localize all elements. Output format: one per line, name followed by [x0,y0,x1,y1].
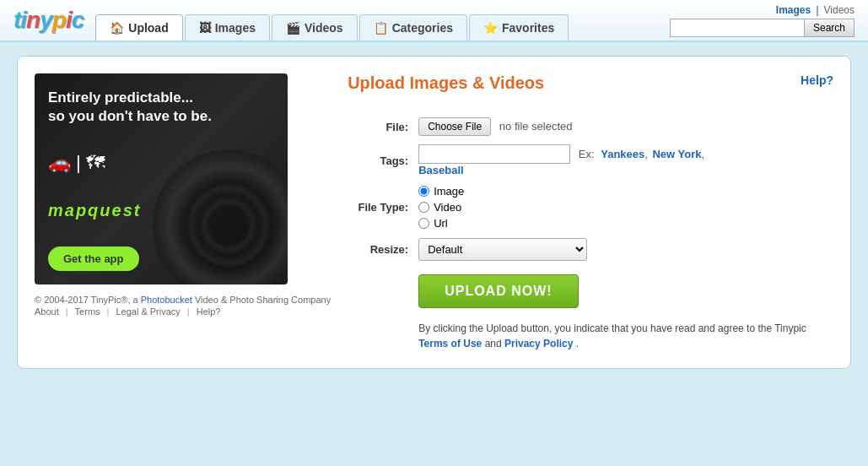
help-link[interactable]: Help? [801,73,833,87]
upload-btn-row: UPLOAD NOW! [348,265,833,312]
footer-link-terms[interactable]: Terms [75,306,100,317]
resize-row: Resize: Default 320x240 640x480 800x600 … [348,234,833,265]
ad-cta-button[interactable]: Get the app [48,247,139,271]
ad-banner: Entirely predictable... so you don't hav… [35,73,288,284]
nav-favorites-label: Favorites [502,21,554,35]
filetype-url-radio[interactable] [418,218,429,229]
filetype-video-label: Video [434,201,461,214]
main-nav: 🏠 Upload 🖼 Images 🎬 Videos 📋 Categories … [95,14,569,41]
vinyl-decoration [153,149,288,284]
filetype-image-label: Image [434,185,464,198]
upload-title: Upload Images & Videos [348,73,544,93]
logo: tinypic [13,7,84,34]
videos-icon: 🎬 [286,21,300,35]
nav-videos-label: Videos [305,21,343,35]
filetype-url-option[interactable]: Url [418,217,830,230]
tags-label: Tags: [348,140,415,181]
ad-line2: so you don't have to be. [48,107,212,126]
footer-links: About | Terms | Legal & Privacy | Help? [35,306,331,317]
resize-label: Resize: [348,234,415,265]
main-content: Entirely predictable... so you don't hav… [0,42,868,382]
nav-upload-label: Upload [128,21,168,35]
filetype-video-option[interactable]: Video [418,201,830,214]
ad-icons: 🚗 | 🗺 [48,152,105,174]
categories-icon: 📋 [374,21,388,35]
filetype-radio-group: Image Video Url [418,185,830,230]
search-sep: | [816,4,818,16]
nav-tab-favorites[interactable]: ⭐ Favorites [469,14,569,41]
tags-input-cell: Ex: Yankees, New York, Baseball [415,140,833,181]
ad-brand-text: mapquest [48,201,141,219]
ad-text: Entirely predictable... so you don't hav… [48,89,212,126]
ad-line1: Entirely predictable... [48,89,212,107]
filetype-label: File Type: [348,181,415,234]
file-row: File: Choose File no file selected [348,113,833,140]
upload-now-button[interactable]: UPLOAD NOW! [418,274,578,308]
tags-examples: Ex: Yankees, New York, [579,148,704,160]
ad-footer: © 2004-2017 TinyPic®, a Photobucket Vide… [35,295,331,317]
resize-input-cell: Default 320x240 640x480 800x600 1024x768 [415,234,833,265]
nav-tab-images[interactable]: 🖼 Images [185,14,270,41]
tags-input[interactable] [418,144,570,164]
filetype-row: File Type: Image Video [348,181,833,234]
terms-of-use-link[interactable]: Terms of Use [418,338,482,350]
upload-form: File: Choose File no file selected Tags:… [348,113,833,312]
search-toggle-images[interactable]: Images [776,4,811,16]
filetype-video-radio[interactable] [418,202,429,213]
search-input[interactable] [670,19,805,37]
ad-brand: mapquest [48,201,141,220]
nav-tab-categories[interactable]: 📋 Categories [359,14,467,41]
nav-tab-videos[interactable]: 🎬 Videos [272,14,358,41]
tags-row: Tags: Ex: Yankees, New York, Baseball [348,140,833,181]
privacy-policy-link[interactable]: Privacy Policy [504,338,573,350]
photobucket-link[interactable]: Photobucket [141,295,192,305]
upload-form-area: Upload Images & Videos Help? File: Choos… [348,73,833,351]
upload-icon: 🏠 [110,21,124,35]
file-input-cell: Choose File no file selected [415,113,833,140]
nav-images-label: Images [215,21,256,35]
resize-select[interactable]: Default 320x240 640x480 800x600 1024x768 [418,238,587,261]
header: tinypic 🏠 Upload 🖼 Images 🎬 Videos 📋 Cat… [0,0,868,42]
left-column: Entirely predictable... so you don't hav… [35,73,331,351]
footer-link-legal[interactable]: Legal & Privacy [116,306,180,317]
terms-text: By clicking the Upload button, you indic… [418,321,806,351]
search-toggle: Images | Videos [776,4,855,16]
tag-yankees[interactable]: Yankees [601,148,644,160]
footer-link-help[interactable]: Help? [197,306,221,317]
tag-baseball[interactable]: Baseball [418,164,463,176]
filetype-image-radio[interactable] [418,186,429,197]
upload-header: Upload Images & Videos Help? [348,73,833,101]
search-area: Images | Videos Search [670,4,855,41]
nav-categories-label: Categories [392,21,453,35]
tag-newyork[interactable]: New York [652,148,701,160]
ad-copyright: © 2004-2017 TinyPic®, a Photobucket Vide… [35,295,331,305]
nav-tab-upload[interactable]: 🏠 Upload [95,14,182,41]
file-label: File: [348,113,415,140]
search-row: Search [670,19,855,37]
choose-file-button[interactable]: Choose File [418,117,491,136]
footer-link-about[interactable]: About [35,306,59,317]
filetype-input-cell: Image Video Url [415,181,833,234]
content-box: Entirely predictable... so you don't hav… [17,56,851,369]
no-file-text: no file selected [499,120,573,133]
filetype-image-option[interactable]: Image [418,185,830,198]
favorites-icon: ⭐ [483,21,498,35]
filetype-url-label: Url [434,217,448,230]
search-button[interactable]: Search [805,19,855,37]
images-icon: 🖼 [199,21,211,35]
search-toggle-videos[interactable]: Videos [824,4,855,16]
